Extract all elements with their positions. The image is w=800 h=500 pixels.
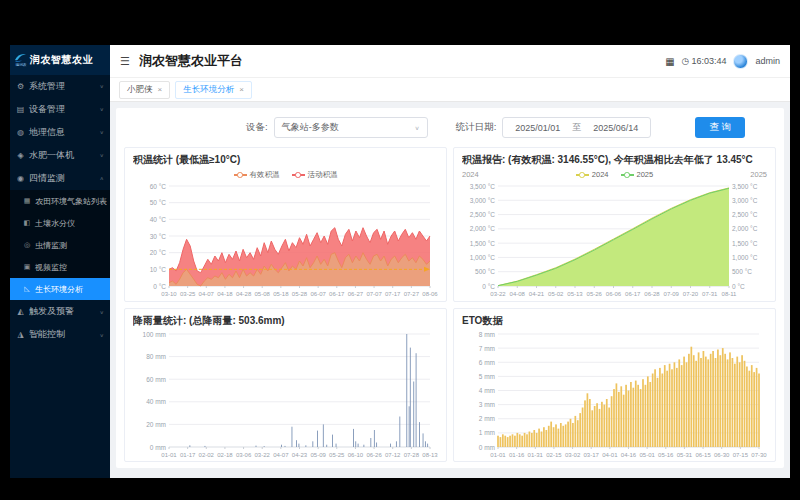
smart-control-icon: ◮ bbox=[16, 330, 25, 339]
chart-svg: 0 mm1 mm2 mm3 mm4 mm5 mm6 mm7 mm8 mm01-0… bbox=[462, 329, 767, 459]
gear-icon: ⚙ bbox=[16, 82, 25, 91]
rainfall-chart[interactable]: 0 mm20 mm40 mm60 mm80 mm100 mm01-0101-17… bbox=[133, 329, 438, 459]
chart-legend: 2024202420252025 bbox=[462, 168, 767, 181]
svg-text:05-16: 05-16 bbox=[658, 452, 674, 458]
svg-text:4 mm: 4 mm bbox=[479, 387, 495, 394]
legend-label: 有效积温 bbox=[250, 170, 280, 180]
avatar[interactable] bbox=[733, 54, 748, 69]
menu-collapse-icon[interactable]: ☰ bbox=[120, 55, 130, 68]
svg-text:05-02: 05-02 bbox=[548, 291, 564, 297]
date-range-input[interactable]: 2025/01/01 至 2025/06/14 bbox=[502, 117, 651, 138]
sidebar-item-label: 四情监测 bbox=[29, 172, 65, 185]
close-icon[interactable]: × bbox=[158, 85, 163, 94]
panel-rainfall: 降雨量统计: (总降雨量: 503.6mm) 0 mm20 mm40 mm60 … bbox=[124, 308, 447, 463]
end-date-value[interactable]: 2025/06/14 bbox=[593, 123, 638, 133]
eto-chart[interactable]: 0 mm1 mm2 mm3 mm4 mm5 mm6 mm7 mm8 mm01-0… bbox=[462, 329, 767, 459]
legend-item[interactable]: 2025 bbox=[621, 170, 654, 179]
svg-text:2 mm: 2 mm bbox=[479, 415, 495, 422]
svg-text:80 mm: 80 mm bbox=[146, 353, 166, 360]
alert-icon: ◭ bbox=[16, 307, 25, 316]
page-title: 润农智慧农业平台 bbox=[139, 52, 243, 70]
svg-text:07-09: 07-09 bbox=[664, 291, 680, 297]
svg-text:3,500 °C: 3,500 °C bbox=[732, 183, 758, 190]
legend-marker-icon bbox=[621, 174, 634, 176]
legend-item[interactable]: 有效积温 bbox=[234, 170, 280, 180]
svg-text:60 mm: 60 mm bbox=[146, 375, 166, 382]
chevron-down-icon: ∨ bbox=[100, 332, 104, 338]
svg-text:06-17: 06-17 bbox=[329, 291, 345, 297]
sidebar-item[interactable]: ▤设备管理∨ bbox=[10, 98, 110, 121]
svg-text:0 mm: 0 mm bbox=[479, 443, 495, 450]
sidebar-item[interactable]: ◉四情监测∧ bbox=[10, 167, 110, 190]
tab-bar: 小肥侠×生长环境分析× bbox=[110, 78, 790, 102]
tab-item[interactable]: 小肥侠× bbox=[119, 81, 170, 99]
top-header: ☰ 润农智慧农业平台 ▦ ◷ 16:03:44 admin bbox=[110, 45, 790, 78]
close-icon[interactable]: × bbox=[239, 85, 244, 94]
sidebar-subitem-label: 生长环境分析 bbox=[35, 284, 83, 295]
svg-text:04-01: 04-01 bbox=[602, 452, 618, 458]
svg-text:40 mm: 40 mm bbox=[146, 398, 166, 405]
apps-grid-icon[interactable]: ▦ bbox=[665, 56, 674, 67]
sidebar-item[interactable]: ◈水肥一体机∨ bbox=[10, 144, 110, 167]
sidebar-subitem[interactable]: ▦农田环境气象站列表 bbox=[10, 190, 110, 212]
clock-time: 16:03:44 bbox=[691, 56, 726, 66]
svg-text:20 °C: 20 °C bbox=[150, 249, 167, 256]
pest-monitor-icon: ◎ bbox=[23, 241, 31, 249]
svg-text:04-28: 04-28 bbox=[236, 291, 252, 297]
app-logo[interactable]: 德润农 润农智慧农业 bbox=[10, 45, 110, 75]
svg-text:01-01: 01-01 bbox=[161, 452, 177, 458]
accum-temp-report-chart[interactable]: 0 °C0 °C500 °C500 °C1,000 °C1,000 °C1,50… bbox=[462, 181, 767, 298]
sidebar-item[interactable]: ⚙系统管理∨ bbox=[10, 75, 110, 98]
accum-temp-chart[interactable]: 0 °C10 °C20 °C30 °C40 °C50 °C60 °C03-100… bbox=[133, 181, 438, 298]
water-fertilizer-icon: ◈ bbox=[16, 151, 25, 160]
svg-text:1,000 °C: 1,000 °C bbox=[732, 254, 758, 261]
panel-accum-temp-report: 积温报告: (有效积温: 3146.55°C), 今年积温相比去年低了 13.4… bbox=[453, 147, 776, 302]
svg-text:05-08: 05-08 bbox=[255, 291, 271, 297]
legend-item[interactable]: 2024 bbox=[576, 170, 609, 179]
username[interactable]: admin bbox=[755, 56, 780, 66]
device-select-value: 气象站-多参数 bbox=[282, 121, 339, 134]
legend-marker-icon bbox=[576, 174, 589, 176]
query-button[interactable]: 查 询 bbox=[695, 117, 745, 138]
svg-text:30 °C: 30 °C bbox=[150, 233, 167, 240]
sidebar-item-label: 触发及预警 bbox=[29, 305, 74, 318]
sidebar-item[interactable]: ◮智能控制∨ bbox=[10, 323, 110, 346]
sidebar-subitem[interactable]: ◺生长环境分析 bbox=[10, 278, 110, 300]
svg-text:07-27: 07-27 bbox=[404, 291, 420, 297]
svg-text:3,500 °C: 3,500 °C bbox=[470, 183, 496, 190]
legend-label: 2024 bbox=[592, 170, 609, 179]
svg-text:04-21: 04-21 bbox=[529, 291, 545, 297]
panel-title: 积温统计 (最低温≥10°C) bbox=[133, 153, 438, 167]
svg-text:06-28: 06-28 bbox=[644, 291, 660, 297]
svg-text:20 mm: 20 mm bbox=[146, 420, 166, 427]
svg-text:07-31: 07-31 bbox=[702, 291, 718, 297]
svg-text:05-09: 05-09 bbox=[310, 452, 326, 458]
svg-text:03-25: 03-25 bbox=[180, 291, 196, 297]
sidebar-menu: ⚙系统管理∨▤设备管理∨◍地理信息∨◈水肥一体机∨◉四情监测∧▦农田环境气象站列… bbox=[10, 75, 110, 346]
legend-label: 2025 bbox=[637, 170, 654, 179]
svg-text:02-18: 02-18 bbox=[217, 452, 233, 458]
svg-text:06-17: 06-17 bbox=[625, 291, 641, 297]
svg-text:06-07: 06-07 bbox=[310, 291, 326, 297]
sidebar-subitem[interactable]: ▣视频监控 bbox=[10, 256, 110, 278]
svg-text:5 mm: 5 mm bbox=[479, 372, 495, 379]
svg-text:60 °C: 60 °C bbox=[150, 183, 167, 190]
start-date-value[interactable]: 2025/01/01 bbox=[515, 123, 560, 133]
chevron-down-icon: ∨ bbox=[100, 130, 104, 136]
svg-text:04-16: 04-16 bbox=[621, 452, 637, 458]
filter-bar: 设备: 气象站-多参数 ∨ 统计日期: 2025/01/01 至 2025/06… bbox=[124, 114, 776, 147]
sidebar-item[interactable]: ◭触发及预警∨ bbox=[10, 300, 110, 323]
svg-text:07-07: 07-07 bbox=[366, 291, 382, 297]
legend-items: 20242025 bbox=[506, 170, 723, 179]
svg-text:0 °C: 0 °C bbox=[153, 283, 166, 290]
svg-text:08-11: 08-11 bbox=[722, 291, 738, 297]
sidebar-item[interactable]: ◍地理信息∨ bbox=[10, 121, 110, 144]
legend-marker-icon bbox=[292, 174, 305, 176]
sidebar-subitem[interactable]: ◧土壤水分仪 bbox=[10, 212, 110, 234]
legend-item[interactable]: 活动积温 bbox=[292, 170, 338, 180]
tab-active[interactable]: 生长环境分析× bbox=[175, 81, 252, 99]
chart-svg: 0 °C10 °C20 °C30 °C40 °C50 °C60 °C03-100… bbox=[133, 181, 438, 298]
device-select[interactable]: 气象站-多参数 ∨ bbox=[274, 117, 428, 138]
sidebar-subitem[interactable]: ◎虫情监测 bbox=[10, 234, 110, 256]
svg-text:8 mm: 8 mm bbox=[479, 330, 495, 337]
